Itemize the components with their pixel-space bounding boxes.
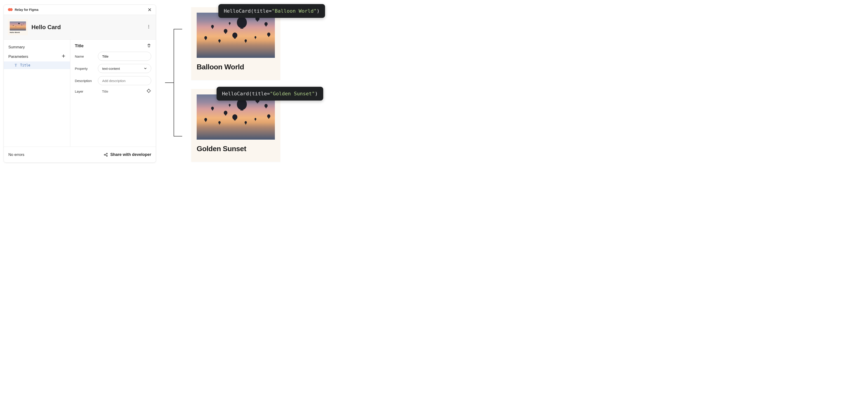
sidebar: Summary Parameters T Title bbox=[4, 39, 70, 147]
preview-title-1: Balloon World bbox=[197, 63, 275, 71]
detail-pane: Title Name Property text-content bbox=[70, 39, 156, 147]
layer-value: Title bbox=[98, 90, 144, 93]
thumbnail-caption: Hello World bbox=[10, 31, 20, 33]
description-label: Description bbox=[75, 79, 95, 83]
more-vertical-icon bbox=[147, 25, 151, 29]
text-type-icon: T bbox=[14, 63, 18, 67]
relay-logo-icon bbox=[8, 8, 13, 11]
preview-card-1: Balloon World bbox=[191, 7, 280, 80]
property-select[interactable]: text-content bbox=[98, 64, 151, 73]
share-label: Share with developer bbox=[110, 152, 151, 157]
connector-bracket bbox=[174, 29, 182, 136]
panel-header: Relay for Figma bbox=[4, 5, 156, 15]
relay-panel: Relay for Figma Hello World Hello Card bbox=[4, 4, 156, 163]
preview-title-2: Golden Sunset bbox=[197, 145, 275, 153]
svg-point-2 bbox=[148, 28, 149, 28]
name-input-wrapper[interactable] bbox=[98, 52, 151, 61]
component-menu-button[interactable] bbox=[146, 24, 152, 31]
description-input-wrapper[interactable] bbox=[98, 76, 151, 85]
sidebar-item-parameters[interactable]: Parameters bbox=[4, 52, 70, 61]
name-input[interactable] bbox=[102, 55, 147, 58]
plus-icon bbox=[61, 54, 66, 58]
code-snippet-2: HelloCard(title="Golden Sunset") bbox=[217, 87, 323, 100]
component-header: Hello World Hello Card bbox=[4, 15, 156, 39]
code-param-2: title bbox=[252, 91, 267, 96]
crosshair-icon bbox=[146, 88, 151, 93]
detail-heading: Title bbox=[75, 43, 84, 49]
chevron-down-icon bbox=[144, 67, 147, 70]
delete-parameter-button[interactable] bbox=[147, 43, 151, 49]
detail-heading-row: Title bbox=[75, 43, 151, 49]
property-row: Property text-content bbox=[75, 64, 151, 73]
property-label: Property bbox=[75, 67, 95, 70]
error-status: No errors bbox=[8, 153, 24, 157]
code-fn-2: HelloCard bbox=[222, 91, 249, 96]
app-name: Relay for Figma bbox=[15, 8, 38, 11]
code-param-1: title bbox=[254, 8, 269, 14]
code-value-1: "Balloon World" bbox=[272, 8, 317, 14]
share-icon bbox=[103, 153, 108, 157]
component-thumbnail: Hello World bbox=[8, 19, 28, 35]
code-snippet-1: HelloCard(title="Balloon World") bbox=[218, 4, 325, 18]
preview-image-1 bbox=[197, 13, 275, 58]
close-button[interactable] bbox=[148, 8, 152, 12]
svg-point-6 bbox=[106, 155, 107, 156]
property-value: text-content bbox=[102, 67, 120, 70]
svg-point-4 bbox=[104, 154, 105, 155]
description-row: Description bbox=[75, 76, 151, 85]
trash-icon bbox=[147, 43, 151, 48]
sidebar-parameters-label: Parameters bbox=[8, 55, 28, 59]
description-input[interactable] bbox=[102, 79, 147, 83]
layer-label: Layer bbox=[75, 90, 95, 93]
svg-point-0 bbox=[148, 25, 149, 26]
code-value-2: "Golden Sunset" bbox=[270, 91, 315, 96]
sidebar-summary-label: Summary bbox=[8, 45, 25, 50]
add-parameter-button[interactable] bbox=[61, 54, 66, 59]
panel-body: Summary Parameters T Title Title bbox=[4, 39, 156, 147]
close-icon bbox=[148, 8, 152, 12]
sidebar-item-summary[interactable]: Summary bbox=[4, 43, 70, 52]
svg-point-5 bbox=[106, 153, 107, 154]
component-name: Hello Card bbox=[31, 24, 142, 31]
svg-point-1 bbox=[148, 26, 149, 27]
panel-footer: No errors Share with developer bbox=[4, 147, 156, 162]
name-row: Name bbox=[75, 52, 151, 61]
code-fn-1: HelloCard bbox=[224, 8, 251, 14]
sidebar-param-label: Title bbox=[20, 63, 30, 67]
name-label: Name bbox=[75, 55, 95, 58]
share-with-developer-button[interactable]: Share with developer bbox=[103, 152, 151, 157]
sidebar-param-title[interactable]: T Title bbox=[4, 61, 70, 69]
layer-row: Layer Title bbox=[75, 88, 151, 94]
thumbnail-image bbox=[10, 22, 26, 31]
preview-image-2 bbox=[197, 94, 275, 139]
locate-layer-button[interactable] bbox=[146, 88, 151, 94]
